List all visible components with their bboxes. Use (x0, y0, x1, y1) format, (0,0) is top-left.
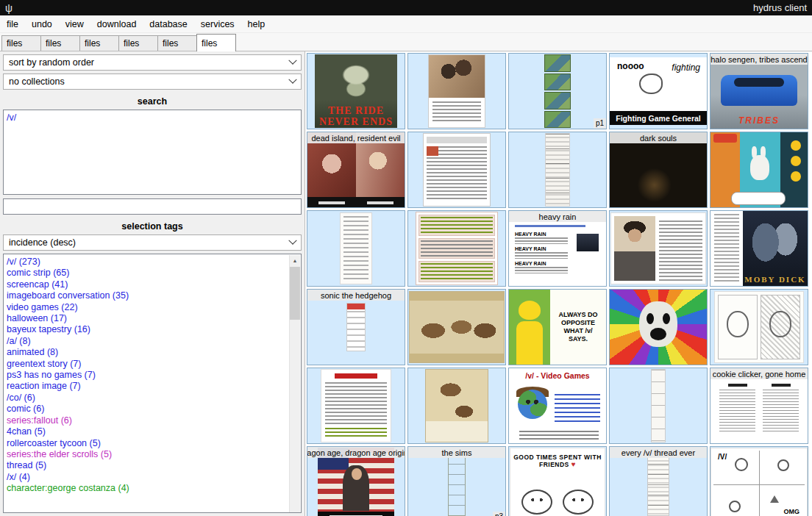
tab-files-6-active[interactable]: files (196, 34, 236, 51)
caption-banner: halo sengen, tribes ascend (710, 54, 808, 65)
window-title: hydrus client (753, 2, 807, 13)
page-banner: p3 (493, 512, 505, 516)
thumbnail[interactable]: /V/ OMG (710, 446, 808, 516)
thumbnail[interactable] (407, 132, 506, 208)
tag-item[interactable]: /co/ (6) (7, 393, 288, 404)
tag-item[interactable]: comic strip (65) (7, 268, 288, 279)
thumbnail-image (428, 54, 485, 128)
tag-item[interactable]: animated (8) (7, 347, 288, 358)
thumbnail-image: GOOD TIMES SPENT WITH FRIENDS ♥ (510, 448, 605, 516)
thumbnail-image: MOBY DICK (710, 210, 808, 287)
thumbnail[interactable] (407, 289, 506, 365)
tag-sort-dropdown-value: incidence (desc) (9, 237, 76, 248)
caption-banner: sonic the hedgehog (307, 290, 405, 301)
scroll-up-icon[interactable]: ▲ (290, 255, 300, 266)
thumbnail[interactable]: MOBY DICK (710, 210, 808, 287)
thumbnail[interactable]: p1 (508, 53, 607, 129)
tag-item[interactable]: character:george costanza (4) (7, 483, 288, 494)
tag-item[interactable]: imageboard conversation (35) (7, 290, 288, 301)
thumbnail[interactable] (609, 289, 708, 365)
tag-item[interactable]: comic (6) (7, 404, 288, 415)
tag-item[interactable]: bayeux tapestry (16) (7, 324, 288, 335)
page-banner: p1 (594, 118, 606, 129)
thumbnail[interactable] (307, 368, 405, 444)
tab-files-5[interactable]: files (157, 35, 197, 51)
caption-banner: dragon age, dragon age origins (307, 447, 405, 458)
menu-item-view[interactable]: view (59, 17, 90, 32)
thumbnail[interactable]: THE RIDENEVER ENDS (307, 53, 405, 129)
tag-item[interactable]: halloween (17) (7, 313, 288, 324)
tag-item[interactable]: series:the elder scrolls (5) (7, 449, 288, 460)
thumbnail[interactable] (710, 132, 808, 208)
thumbnail-grid: THE RIDENEVER ENDS p1 noooo fighting Fig… (307, 53, 811, 516)
thumbnail[interactable] (609, 368, 708, 444)
caption-banner: every /v/ thread ever (610, 447, 707, 458)
chevron-down-icon (288, 76, 296, 84)
thumbnail-image (544, 54, 571, 128)
caption-banner: heavy rain (509, 211, 606, 222)
tags-scrollbar[interactable]: ▲ (289, 255, 300, 512)
thumbnail[interactable]: GOOD TIMES SPENT WITH FRIENDS ♥ (508, 446, 607, 516)
thumbnail-image (340, 212, 372, 284)
tag-item[interactable]: rollercoaster tycoon (5) (7, 438, 288, 449)
menu-item-database[interactable]: database (143, 17, 193, 32)
thumbnail-image (651, 369, 666, 442)
tag-item[interactable]: thread (5) (7, 460, 288, 471)
thumbnail[interactable] (508, 132, 607, 208)
tag-item[interactable]: /v/ (273) (7, 257, 288, 268)
thumbnail-image: ALWAYS DO OPPOSITE WHAT /v/ SAYS. (509, 289, 606, 365)
thumbnail[interactable]: the sims p3 (407, 446, 506, 516)
collections-dropdown[interactable]: no collections (3, 74, 302, 90)
scrollbar-thumb[interactable] (290, 267, 300, 320)
thumbnail[interactable] (407, 53, 506, 129)
tag-item[interactable]: /x/ (4) (7, 472, 288, 483)
thumbnail[interactable]: cookie clicker, gone home (710, 368, 808, 444)
search-header: search (3, 93, 302, 110)
sort-dropdown-value: sort by random order (9, 57, 94, 68)
sort-dropdown[interactable]: sort by random order (3, 54, 302, 71)
caption-banner: the sims (408, 447, 505, 458)
thumbnail[interactable]: every /v/ thread ever (609, 446, 708, 516)
tag-item[interactable]: reaction image (7) (7, 381, 288, 392)
tag-autocomplete-input[interactable] (3, 198, 302, 215)
tab-files-2[interactable]: files (40, 35, 80, 51)
search-predicate[interactable]: /v/ (7, 112, 298, 123)
thumbnail[interactable]: heavy rain HEAVY RAIN HEAVY RAIN HEAVY R… (508, 210, 607, 287)
tag-item[interactable]: series:fallout (6) (7, 415, 288, 426)
thumbnail[interactable]: sonic the hedgehog (307, 289, 405, 365)
thumbnail-image (647, 453, 669, 516)
tag-item[interactable]: screencap (41) (7, 279, 288, 290)
thumbnail[interactable]: /v/ - Video Games (508, 368, 607, 444)
thumbnail[interactable]: ALWAYS DO OPPOSITE WHAT /v/ SAYS. (508, 289, 607, 365)
tag-item[interactable]: /a/ (8) (7, 336, 288, 347)
thumbnail[interactable]: dead island, resident evil (307, 132, 405, 208)
thumbnail[interactable]: noooo fighting Fighting Game General (609, 53, 708, 129)
search-sidebar: sort by random order no collections sear… (0, 51, 305, 516)
thumbnail[interactable] (609, 210, 708, 287)
tab-files-1[interactable]: files (1, 35, 41, 51)
thumbnail[interactable] (307, 210, 405, 287)
menu-item-help[interactable]: help (241, 17, 272, 32)
selection-tags-header: selection tags (3, 218, 302, 234)
menu-item-undo[interactable]: undo (25, 17, 59, 32)
tag-item[interactable]: ps3 has no games (7) (7, 370, 288, 381)
thumbnail-image: THE RIDENEVER ENDS (315, 54, 397, 128)
menu-item-file[interactable]: file (0, 17, 25, 32)
menu-item-services[interactable]: services (194, 17, 241, 32)
app-icon: ψ (5, 3, 13, 13)
menu-item-download[interactable]: download (90, 17, 143, 32)
thumbnail[interactable] (407, 368, 506, 444)
tab-files-4[interactable]: files (118, 35, 158, 51)
thumbnail[interactable]: dragon age, dragon age origins (307, 446, 405, 516)
thumbnail[interactable]: dark souls (609, 132, 708, 208)
thumbnail-image (409, 291, 505, 363)
tag-item[interactable]: 4chan (5) (7, 426, 288, 437)
search-predicates-list: /v/ (3, 110, 302, 195)
thumbnail[interactable]: halo sengen, tribes ascend TRIBES (710, 53, 808, 129)
tag-item[interactable]: video games (22) (7, 302, 288, 313)
tab-files-3[interactable]: files (79, 35, 119, 51)
thumbnail[interactable] (407, 210, 506, 287)
tag-item[interactable]: greentext story (7) (7, 359, 288, 370)
tag-sort-dropdown[interactable]: incidence (desc) (3, 234, 302, 251)
thumbnail[interactable] (710, 289, 808, 365)
